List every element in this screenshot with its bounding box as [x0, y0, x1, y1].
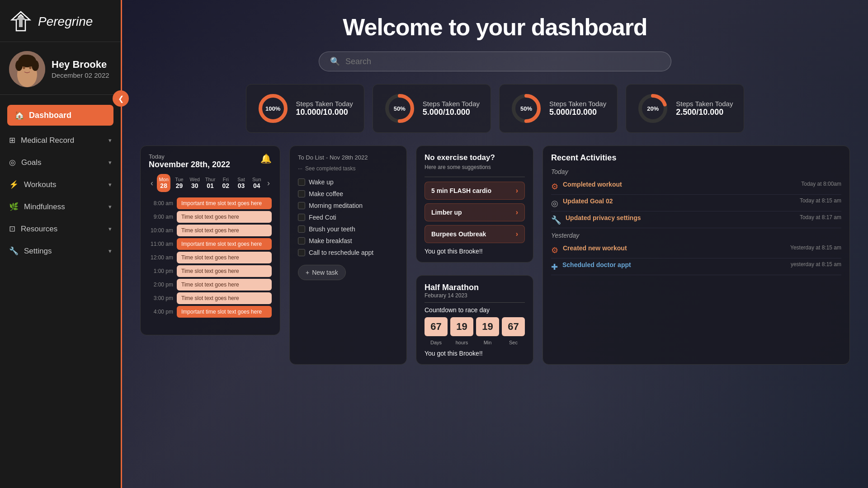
donut-4: 20%: [637, 93, 669, 124]
see-completed-label: See completed tasks: [305, 165, 355, 172]
time-slot-7[interactable]: Time slot text goes here: [177, 292, 272, 304]
sidebar-item-workouts[interactable]: ⚡ Workouts ▾: [0, 174, 121, 196]
sidebar-item-goals[interactable]: ◎ Goals ▾: [0, 151, 121, 174]
todo-item-3: Feed Coti: [298, 211, 398, 223]
sidebar-collapse-button[interactable]: ❮: [113, 90, 129, 107]
time-slot-5[interactable]: Time slot text goes here: [177, 265, 272, 277]
todo-checkbox-4[interactable]: [298, 225, 305, 233]
peregrine-logo-icon: [9, 10, 33, 33]
calendar-day-0[interactable]: Mon 28: [157, 174, 170, 192]
dots-icon: ···: [298, 165, 302, 172]
resources-label: Resources: [21, 225, 57, 234]
see-completed-button[interactable]: ··· See completed tasks: [298, 165, 398, 172]
time-slot-1[interactable]: Time slot text goes here: [177, 211, 272, 223]
wrench-icon-act-2: 🔧: [551, 215, 561, 225]
dumbbell-icon: ⚡: [9, 180, 19, 189]
arrow-icon-2: ›: [516, 230, 518, 238]
activity-row-3: ⚙ Created new workout Yesterday at 8:15 …: [551, 242, 841, 258]
stat-value-4: 2.500/10.000: [676, 108, 733, 117]
exercise-encouragement: You got this Brooke!!: [425, 248, 525, 255]
activity-text-4[interactable]: Scheduled doctor appt: [562, 261, 783, 268]
time-slot-3[interactable]: Important time slot text goes here: [177, 238, 272, 250]
arrow-icon-1: ›: [516, 208, 518, 216]
stat-value-2: 5.000/10.000: [423, 108, 480, 117]
stat-card-3: 50% Steps Taken Today 5.000/10.000: [499, 84, 618, 133]
time-row-8: 4:00 pm Important time slot text goes he…: [149, 306, 272, 318]
exercise-label-1: Limber up: [431, 209, 462, 216]
donut-1: 100%: [257, 93, 289, 124]
stat-value-1: 10.000/10.000: [296, 108, 353, 117]
marathon-title: Half Marathon: [425, 283, 525, 292]
activity-row-2: 🔧 Updated privacy settings Today at 8:17…: [551, 211, 841, 228]
exercise-column: No exercise today? Here are some suggest…: [416, 145, 533, 365]
countdown-label: Countdown to race day: [425, 306, 525, 314]
bell-icon[interactable]: 🔔: [260, 153, 272, 164]
calendar-day-3[interactable]: Thur 01: [203, 174, 217, 192]
todo-header: To Do List - Nov 28th 2022: [298, 153, 398, 161]
exercise-title: No exercise today?: [425, 153, 525, 162]
activity-row-4: ✚ Scheduled doctor appt yesterday at 8:1…: [551, 258, 841, 275]
todo-checkbox-0[interactable]: [298, 178, 305, 186]
donut-3: 50%: [510, 93, 542, 124]
todo-checkbox-1[interactable]: [298, 190, 305, 197]
medical-record-label: Medical Record: [21, 136, 74, 145]
todo-checkbox-2[interactable]: [298, 202, 305, 209]
unit-hours: hours: [450, 340, 473, 345]
time-row-6: 2:00 pm Time slot text goes here: [149, 279, 272, 291]
donut-2: 50%: [384, 93, 415, 124]
activity-text-0[interactable]: Completed workout: [563, 181, 783, 188]
time-slot-2[interactable]: Time slot text goes here: [177, 225, 272, 236]
todo-item-2: Morning meditation: [298, 200, 398, 211]
countdown-boxes: 67 19 19 67: [425, 317, 525, 336]
activity-text-2[interactable]: Updated privacy settings: [566, 214, 783, 221]
page-title: Welcome to your dashboard: [140, 14, 850, 41]
search-bar: 🔍: [319, 52, 671, 71]
todo-text-6: Call to reschedule appt: [309, 249, 373, 256]
exercise-btn-2[interactable]: Burpees Outbreak ›: [425, 225, 525, 243]
calendar-today-label: Today: [149, 153, 230, 160]
new-task-button[interactable]: + New task: [298, 265, 346, 280]
time-slot-4[interactable]: Time slot text goes here: [177, 252, 272, 263]
time-slot-6[interactable]: Time slot text goes here: [177, 279, 272, 291]
todo-text-1: Make coffee: [309, 190, 343, 197]
main-content-area: Welcome to your dashboard 🔍 100% Steps T…: [122, 0, 868, 488]
activity-text-3[interactable]: Created new workout: [563, 244, 783, 252]
exercise-btn-0[interactable]: 5 min FLASH cardio ›: [425, 182, 525, 200]
stat-info-2: Steps Taken Today 5.000/10.000: [423, 100, 480, 117]
sidebar-item-mindfulness[interactable]: 🌿 Mindfulness ▾: [0, 196, 121, 218]
todo-checkbox-6[interactable]: [298, 249, 305, 256]
app-name: Peregrine: [38, 14, 93, 29]
todo-item-6: Call to reschedule appt: [298, 247, 398, 258]
divider-2: [425, 302, 525, 303]
activity-text-1[interactable]: Updated Goal 02: [563, 197, 783, 205]
sidebar-item-settings[interactable]: 🔧 Settings ▾: [0, 240, 121, 262]
calendar-next-button[interactable]: ›: [265, 178, 272, 188]
time-slot-0[interactable]: Important time slot text goes here: [177, 197, 272, 209]
wrench-icon: 🔧: [9, 246, 19, 256]
todo-item-4: Brush your teeth: [298, 223, 398, 235]
time-row-4: 12:00 am Time slot text goes here: [149, 252, 272, 263]
donut-label-4: 20%: [637, 93, 669, 124]
svg-point-11: [26, 56, 33, 61]
calendar-day-2[interactable]: Wed 30: [188, 174, 202, 192]
activities-title: Recent Activities: [551, 153, 841, 163]
stat-title-1: Steps Taken Today: [296, 100, 353, 108]
calendar-day-1[interactable]: Tue 29: [172, 174, 186, 192]
calendar-day-4[interactable]: Fri 02: [219, 174, 232, 192]
activity-time-4: yesterday at 8:15 am: [787, 261, 841, 267]
dumbbell-icon-act-3: ⚙: [551, 245, 558, 255]
time-slot-8[interactable]: Important time slot text goes here: [177, 306, 272, 318]
sidebar-item-resources[interactable]: ⊡ Resources ▾: [0, 218, 121, 240]
calendar-day-5[interactable]: Sat 03: [234, 174, 248, 192]
calendar-day-6[interactable]: Sun 04: [250, 174, 264, 192]
todo-checkbox-5[interactable]: [298, 237, 305, 244]
search-input[interactable]: [345, 57, 660, 66]
countdown-units: Days hours Min Sec: [425, 340, 525, 345]
sidebar-item-dashboard[interactable]: 🏠 Dashboard: [7, 105, 113, 126]
todo-checkbox-3[interactable]: [298, 214, 305, 221]
sidebar-item-medical-record[interactable]: ⊞ Medical Record ▾: [0, 129, 121, 151]
stat-info-4: Steps Taken Today 2.500/10.000: [676, 100, 733, 117]
calendar-prev-button[interactable]: ‹: [149, 178, 155, 188]
logo-area: Peregrine: [0, 0, 121, 42]
exercise-btn-1[interactable]: Limber up ›: [425, 203, 525, 221]
